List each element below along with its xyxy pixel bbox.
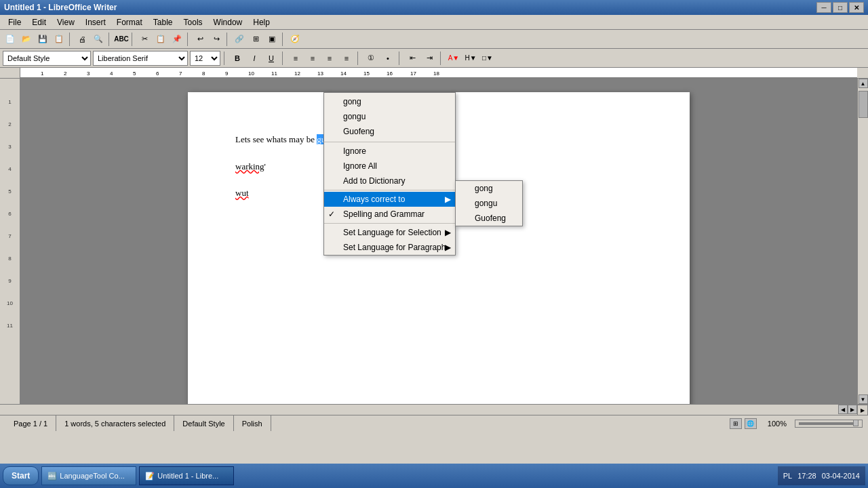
- suggestion-gongu[interactable]: gongu: [324, 109, 455, 124]
- language-status[interactable]: Polish: [234, 415, 271, 431]
- view-mode-buttons: ⊞ 🌐: [730, 418, 757, 429]
- view-standard-button[interactable]: ⊞: [730, 418, 742, 429]
- submenu-arrow-icon: ▶: [445, 195, 451, 204]
- word-count-status: 1 words, 5 characters selected: [56, 415, 174, 431]
- table-button[interactable]: ⊞: [248, 32, 263, 47]
- numbering-button[interactable]: ①: [363, 51, 378, 66]
- italic-button[interactable]: I: [247, 51, 262, 66]
- doc-text-before-selection: Lets see whats may be: [235, 134, 317, 144]
- scroll-up-button[interactable]: ▲: [859, 79, 868, 88]
- cut-button[interactable]: ✂: [137, 32, 152, 47]
- indent-decrease-button[interactable]: ⇤: [405, 51, 420, 66]
- navigator-button[interactable]: 🧭: [288, 32, 302, 47]
- menu-tools[interactable]: Tools: [178, 16, 208, 28]
- taskbar-libreoffice[interactable]: 📝 Untitled 1 - Libre...: [139, 466, 234, 485]
- prev-page-button[interactable]: ◀: [838, 405, 848, 414]
- align-left-button[interactable]: ≡: [288, 51, 303, 66]
- doc-apostrophe: ': [264, 161, 266, 171]
- formatting-toolbar: Default Style Liberation Serif 12 B I U …: [0, 49, 868, 68]
- bold-button[interactable]: B: [230, 51, 245, 66]
- main-content-area: 1 2 3 4 5 6 7 8 9 10 11 Lets see whats m…: [0, 79, 868, 404]
- start-button[interactable]: Start: [3, 466, 39, 485]
- add-to-dictionary-item[interactable]: Add to Dictionary: [324, 174, 455, 188]
- scroll-right-button[interactable]: ▶: [857, 405, 868, 415]
- menu-view[interactable]: View: [52, 16, 80, 28]
- paste-button[interactable]: 📌: [170, 32, 184, 47]
- menu-edit[interactable]: Edit: [26, 16, 52, 28]
- scroll-track[interactable]: [859, 88, 868, 394]
- document-area[interactable]: Lets see whats may be guong on hier nau …: [20, 79, 857, 404]
- taskbar-languagetool[interactable]: 🔤 LanguageTool Co...: [41, 466, 136, 485]
- vertical-scrollbar[interactable]: ▲ ▼: [857, 79, 868, 404]
- toolbar-separator-10: [399, 52, 401, 65]
- left-vertical-ruler: 1 2 3 4 5 6 7 8 9 10 11: [0, 79, 20, 404]
- spellcheck-button[interactable]: ABC: [114, 32, 129, 47]
- border-button[interactable]: □▼: [480, 51, 495, 66]
- undo-button[interactable]: ↩: [193, 32, 208, 47]
- set-language-paragraph-item[interactable]: Set Language for Paragraph ▶: [324, 240, 455, 255]
- spelling-grammar-item[interactable]: ✓ Spelling and Grammar: [324, 207, 455, 222]
- copy-button[interactable]: 📋: [153, 32, 168, 47]
- zoom-slider-thumb[interactable]: [853, 420, 859, 426]
- minimize-button[interactable]: ─: [816, 2, 831, 13]
- taskbar-libreoffice-label: Untitled 1 - Libre...: [157, 472, 218, 480]
- page-number-status: Page 1 / 1: [5, 415, 56, 431]
- close-button[interactable]: ✕: [849, 2, 864, 13]
- toolbar-separator-4: [187, 33, 190, 46]
- view-web-button[interactable]: 🌐: [745, 418, 757, 429]
- new-button[interactable]: 📄: [3, 32, 18, 47]
- ignore-all-item[interactable]: Ignore All: [324, 159, 455, 174]
- menu-bar: File Edit View Insert Format Table Tools…: [0, 15, 868, 30]
- hyperlink-button[interactable]: 🔗: [232, 32, 247, 47]
- set-language-selection-item[interactable]: Set Language for Selection ▶: [324, 225, 455, 240]
- always-correct-gong[interactable]: gong: [456, 181, 522, 196]
- misspelled-word-wut: wut: [235, 188, 249, 198]
- status-bar: Page 1 / 1 1 words, 5 characters selecte…: [0, 415, 868, 431]
- align-justify-button[interactable]: ≡: [339, 51, 354, 66]
- menu-table[interactable]: Table: [148, 16, 178, 28]
- save-button[interactable]: 💾: [35, 32, 50, 47]
- maximize-button[interactable]: □: [833, 2, 848, 13]
- suggestion-guofeng[interactable]: Guofeng: [324, 124, 455, 139]
- align-center-button[interactable]: ≡: [305, 51, 320, 66]
- always-correct-guofeng[interactable]: Guofeng: [456, 211, 522, 226]
- language-text: Polish: [242, 420, 262, 428]
- zoom-slider[interactable]: [795, 420, 863, 428]
- suggestion-gong[interactable]: gong: [324, 94, 455, 109]
- next-page-button[interactable]: ▶: [848, 405, 857, 414]
- spelling-icon: ✓: [328, 209, 335, 219]
- menu-window[interactable]: Window: [208, 16, 248, 28]
- print-preview-button[interactable]: 🔍: [91, 32, 106, 47]
- menu-insert[interactable]: Insert: [80, 16, 111, 28]
- always-correct-gongu[interactable]: gongu: [456, 196, 522, 211]
- scroll-thumb[interactable]: [859, 91, 868, 118]
- underline-button[interactable]: U: [264, 51, 279, 66]
- redo-button[interactable]: ↪: [209, 32, 224, 47]
- ruler-scroll-corner: [857, 68, 868, 78]
- zoom-text: 100%: [768, 420, 787, 428]
- print-button[interactable]: 🖨: [75, 32, 90, 47]
- toolbar-separator-2: [108, 33, 111, 46]
- paragraph-style-select[interactable]: Default Style: [3, 51, 91, 66]
- toolbar-separator-7: [224, 52, 226, 65]
- font-size-select[interactable]: 12: [190, 51, 220, 66]
- taskbar-date: 03-04-2014: [822, 472, 860, 480]
- taskbar-lang-indicator: PL: [783, 472, 792, 480]
- open-button[interactable]: 📂: [19, 32, 34, 47]
- align-right-button[interactable]: ≡: [322, 51, 337, 66]
- menu-help[interactable]: Help: [248, 16, 275, 28]
- save-as-button[interactable]: 📋: [52, 32, 66, 47]
- font-name-select[interactable]: Liberation Serif: [93, 51, 188, 66]
- ignore-item[interactable]: Ignore: [324, 144, 455, 159]
- highlight-button[interactable]: H▼: [463, 51, 478, 66]
- ruler-left-margin: [0, 68, 20, 78]
- font-color-button[interactable]: A▼: [446, 51, 461, 66]
- scroll-down-button[interactable]: ▼: [859, 394, 868, 404]
- indent-increase-button[interactable]: ⇥: [422, 51, 437, 66]
- always-correct-item[interactable]: Always correct to ▶: [324, 192, 455, 207]
- bullets-button[interactable]: •: [380, 51, 395, 66]
- menu-format[interactable]: Format: [111, 16, 148, 28]
- taskbar-languagetool-icon: 🔤: [47, 472, 57, 481]
- menu-file[interactable]: File: [3, 16, 26, 28]
- frame-button[interactable]: ▣: [264, 32, 279, 47]
